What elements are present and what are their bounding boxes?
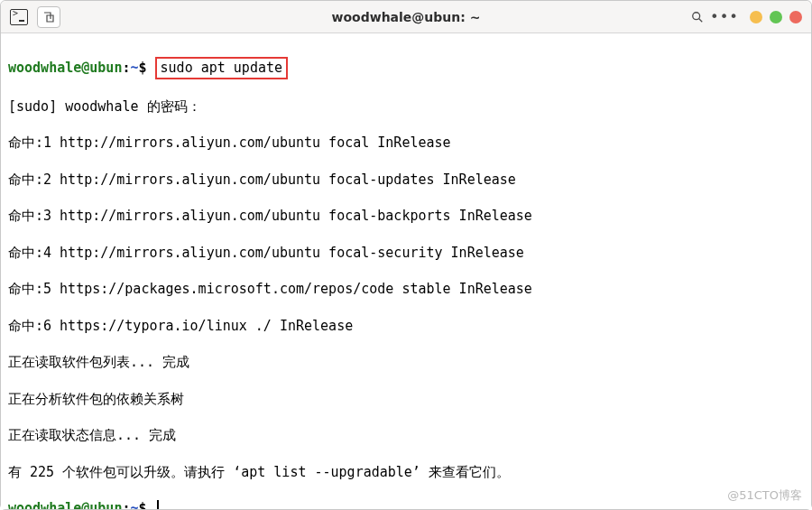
maximize-button[interactable]	[770, 11, 782, 23]
output-line: 命中:3 http://mirrors.aliyun.com/ubuntu fo…	[8, 207, 804, 225]
prompt-user-host: woodwhale@ubun	[8, 500, 122, 509]
titlebar-left	[10, 6, 60, 28]
terminal-body[interactable]: woodwhale@ubun:~$ sudo apt update [sudo]…	[1, 33, 811, 509]
minimize-button[interactable]	[750, 11, 762, 23]
svg-line-1	[699, 18, 703, 22]
output-line: 命中:4 http://mirrors.aliyun.com/ubuntu fo…	[8, 244, 804, 262]
prompt-dollar: $	[139, 60, 147, 76]
plus-icon	[42, 11, 55, 23]
output-line: 正在分析软件包的依赖关系树	[8, 390, 804, 408]
output-line: 有 225 个软件包可以升级。请执行 ‘apt list --upgradabl…	[8, 463, 804, 481]
prompt-dollar: $	[139, 500, 147, 509]
search-button[interactable]	[690, 10, 705, 24]
output-line: 命中:2 http://mirrors.aliyun.com/ubuntu fo…	[8, 171, 804, 189]
prompt-line-1: woodwhale@ubun:~$ sudo apt update	[8, 57, 804, 79]
output-line: 命中:6 https://typora.io/linux ./ InReleas…	[8, 317, 804, 335]
prompt-path: ~	[130, 500, 138, 509]
window-controls	[750, 11, 802, 23]
prompt-line-2: woodwhale@ubun:~$	[8, 499, 804, 509]
watermark: @51CTO博客	[727, 487, 802, 504]
highlighted-command: sudo apt update	[155, 57, 288, 79]
output-line: 命中:1 http://mirrors.aliyun.com/ubuntu fo…	[8, 134, 804, 152]
titlebar: woodwhale@ubun: ~ •••	[1, 1, 811, 33]
ellipsis-icon: •••	[710, 10, 739, 24]
close-button[interactable]	[789, 11, 802, 23]
svg-point-0	[693, 12, 700, 19]
output-line: 正在读取软件包列表... 完成	[8, 353, 804, 371]
output-line: 正在读取状态信息... 完成	[8, 426, 804, 444]
new-tab-button[interactable]	[37, 6, 60, 28]
menu-button[interactable]: •••	[717, 10, 732, 24]
prompt-path: ~	[130, 60, 138, 76]
titlebar-right: •••	[690, 10, 802, 24]
prompt-user-host: woodwhale@ubun	[8, 60, 122, 76]
search-icon	[691, 11, 704, 23]
terminal-window: woodwhale@ubun: ~ ••• woodwhale@ubun:~$ …	[0, 0, 812, 510]
output-line: 命中:5 https://packages.microsoft.com/repo…	[8, 280, 804, 298]
output-line: [sudo] woodwhale 的密码：	[8, 97, 804, 116]
terminal-icon	[10, 9, 28, 25]
cursor	[157, 500, 159, 509]
